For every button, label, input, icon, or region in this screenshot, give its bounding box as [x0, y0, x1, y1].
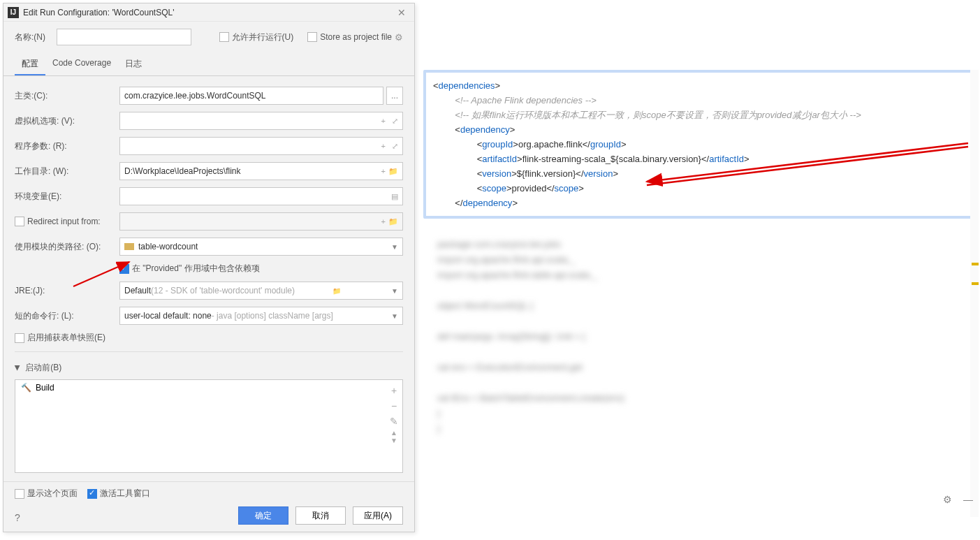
- module-classpath-select[interactable]: table-wordcount ▼: [119, 238, 403, 256]
- cancel-button[interactable]: 取消: [295, 506, 346, 525]
- tab-config[interactable]: 配置: [15, 54, 45, 75]
- redirect-checkbox[interactable]: [15, 217, 24, 226]
- activate-tool-checkbox[interactable]: [87, 489, 97, 499]
- allow-parallel-checkbox[interactable]: [219, 32, 229, 42]
- gear-icon[interactable]: ⚙: [395, 32, 403, 43]
- add-task-button[interactable]: +: [388, 383, 400, 398]
- apply-button[interactable]: 应用(A): [353, 506, 403, 525]
- program-args-input[interactable]: + ⤢: [119, 137, 403, 155]
- env-vars-input[interactable]: ▤: [119, 187, 403, 205]
- program-args-label: 程序参数: (R):: [15, 140, 119, 152]
- chevron-down-icon: ▼: [391, 312, 398, 320]
- working-dir-input[interactable]: D:\Workplace\IdeaProjects\flink + 📁: [119, 162, 403, 180]
- editor-scrollbar[interactable]: [970, 70, 979, 517]
- add-icon[interactable]: +: [381, 142, 386, 150]
- name-input[interactable]: [57, 29, 191, 45]
- move-up-button[interactable]: ▲▼: [388, 429, 400, 444]
- annotation-arrow: [70, 251, 140, 293]
- annotation-arrow: [640, 140, 975, 189]
- minimize-icon[interactable]: —: [963, 494, 973, 505]
- edit-task-button[interactable]: ✎: [388, 414, 400, 429]
- store-project-checkbox[interactable]: [307, 32, 317, 42]
- main-class-label: 主类:(C):: [15, 90, 119, 102]
- activate-tool-label: 激活工具窗口: [100, 488, 150, 499]
- chevron-down-icon: ▼: [391, 243, 398, 251]
- module-icon: [124, 243, 134, 250]
- ok-button[interactable]: 确定: [238, 506, 288, 525]
- remove-task-button[interactable]: −: [388, 398, 400, 414]
- close-icon[interactable]: ✕: [393, 7, 410, 18]
- snapshot-label: 启用捕获表单快照(E): [27, 332, 105, 344]
- browse-main-class-button[interactable]: ...: [386, 87, 403, 105]
- shorten-select[interactable]: user-local default: none - java [options…: [119, 307, 403, 325]
- store-project-label: Store as project file: [320, 32, 392, 42]
- redirect-input: + 📁: [119, 212, 403, 231]
- redirect-label: Redirect input from:: [27, 217, 101, 226]
- dialog-title: Edit Run Configuration: 'WordCountSQL': [23, 8, 393, 17]
- env-vars-label: 环境变量(E):: [15, 191, 119, 203]
- help-button[interactable]: ?: [15, 512, 20, 523]
- folder-icon[interactable]: 📁: [332, 287, 341, 295]
- hammer-icon: 🔨: [21, 383, 31, 393]
- tabs: 配置 Code Coverage 日志: [3, 54, 414, 76]
- show-page-checkbox[interactable]: [15, 489, 24, 499]
- working-dir-label: 工作目录: (W):: [15, 166, 119, 177]
- before-launch-list: 🔨 Build + − ✎ ▲▼: [15, 379, 403, 473]
- editor-area: <dependencies> <!-- Apache Flink depende…: [423, 70, 976, 531]
- tab-coverage[interactable]: Code Coverage: [45, 54, 118, 75]
- expand-arrow-icon[interactable]: ▶: [14, 365, 22, 371]
- allow-parallel-label: 允许并行运行(U): [232, 31, 294, 43]
- add-icon: +: [381, 217, 386, 226]
- tab-logs[interactable]: 日志: [118, 54, 149, 75]
- svg-line-1: [73, 262, 129, 286]
- folder-icon[interactable]: 📁: [388, 167, 398, 176]
- snapshot-checkbox[interactable]: [15, 333, 24, 343]
- expand-icon[interactable]: ⤢: [392, 142, 398, 151]
- show-page-label: 显示这个页面: [27, 488, 78, 499]
- folder-icon: 📁: [388, 217, 398, 226]
- blurred-code: package com.crazyice.lee.jobs import org…: [423, 235, 976, 435]
- provided-label: 在 "Provided" 作用域中包含依赖项: [132, 263, 260, 275]
- jre-select[interactable]: Default (12 - SDK of 'table-wordcount' m…: [119, 282, 403, 300]
- warning-marker[interactable]: [972, 263, 979, 265]
- add-icon[interactable]: +: [381, 167, 386, 175]
- module-classpath-label: 使用模块的类路径: (O):: [15, 241, 119, 253]
- vm-options-input[interactable]: + ⤢: [119, 112, 403, 130]
- name-label: 名称:(N): [15, 31, 57, 43]
- before-launch-label: 启动前(B): [25, 363, 61, 372]
- app-icon: IJ: [8, 7, 19, 18]
- svg-line-4: [647, 147, 968, 185]
- shorten-label: 短的命令行: (L):: [15, 310, 119, 322]
- main-class-input[interactable]: com.crazyice.lee.jobs.WordCountSQL: [119, 87, 383, 105]
- expand-icon[interactable]: ⤢: [392, 117, 398, 126]
- run-config-dialog: IJ Edit Run Configuration: 'WordCountSQL…: [3, 3, 415, 532]
- add-icon[interactable]: +: [381, 117, 386, 125]
- build-task-row[interactable]: 🔨 Build: [15, 380, 402, 395]
- chevron-down-icon: ▼: [391, 287, 398, 295]
- list-icon[interactable]: ▤: [391, 192, 398, 201]
- vm-options-label: 虚拟机选项: (V):: [15, 115, 119, 127]
- settings-icon[interactable]: ⚙: [943, 494, 952, 505]
- svg-line-3: [647, 143, 968, 182]
- warning-marker[interactable]: [972, 282, 979, 285]
